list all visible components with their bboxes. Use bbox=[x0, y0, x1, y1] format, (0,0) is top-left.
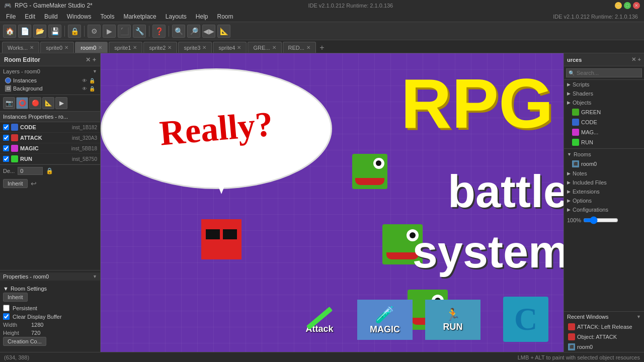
menu-edit[interactable]: Edit bbox=[21, 12, 39, 21]
tab-sprite4[interactable]: sprite4 ✕ bbox=[213, 42, 247, 53]
tab-sprite4-close[interactable]: ✕ bbox=[237, 45, 241, 50]
tool-circle[interactable]: ⭕ bbox=[16, 97, 28, 109]
tab-green-close[interactable]: ✕ bbox=[272, 45, 276, 50]
room-settings-title[interactable]: ▼ Room Settings bbox=[3, 285, 97, 293]
play-button[interactable]: ▶ bbox=[103, 25, 116, 38]
clear-display-checkbox[interactable] bbox=[3, 313, 10, 320]
menu-room[interactable]: Room bbox=[213, 12, 237, 21]
open-button[interactable]: 📂 bbox=[33, 25, 46, 38]
properties-header[interactable]: Properties - room0 ▼ bbox=[0, 273, 100, 281]
close-button[interactable]: ✕ bbox=[633, 2, 640, 9]
tab-workspaces[interactable]: Works... ✕ bbox=[2, 42, 39, 53]
included-section[interactable]: ▶ Included Files bbox=[564, 178, 644, 187]
menu-tools[interactable]: Tools bbox=[96, 12, 118, 21]
add-layer-icon[interactable]: + bbox=[93, 56, 96, 63]
resource-run[interactable]: RUN bbox=[564, 137, 644, 147]
inherit-button[interactable]: Inherit bbox=[3, 179, 28, 188]
persistent-checkbox[interactable] bbox=[3, 305, 10, 311]
inherit-icon[interactable]: ↩ bbox=[31, 179, 37, 188]
creation-code-button[interactable]: Creation Co... bbox=[3, 337, 46, 346]
tab-sprite1-close[interactable]: ✕ bbox=[133, 45, 137, 50]
tab-green[interactable]: GRE... ✕ bbox=[248, 42, 281, 53]
depth-lock-icon[interactable]: 🔒 bbox=[46, 167, 53, 174]
room0-resource[interactable]: ⬛ room0 bbox=[564, 159, 644, 169]
resource-magic[interactable]: MAG... bbox=[564, 127, 644, 137]
notes-section[interactable]: ▶ Notes bbox=[564, 169, 644, 178]
tab-sprite2-close[interactable]: ✕ bbox=[168, 45, 172, 50]
tab-sprite3-close[interactable]: ✕ bbox=[202, 45, 206, 50]
menu-windows[interactable]: Windows bbox=[63, 12, 96, 21]
tab-sprite1[interactable]: sprite1 ✕ bbox=[109, 42, 142, 53]
instance-code[interactable]: CODE inst_1B182 bbox=[0, 122, 100, 133]
tab-room0[interactable]: room0 ✕ bbox=[75, 42, 108, 53]
tab-sprite3[interactable]: sprite3 ✕ bbox=[178, 42, 212, 53]
options-section[interactable]: ▶ Options bbox=[564, 196, 644, 205]
tab-room0-close[interactable]: ✕ bbox=[98, 45, 102, 50]
tool-fill[interactable]: 🔴 bbox=[29, 97, 41, 109]
layer-instances[interactable]: Instances 👁 🔒 bbox=[3, 76, 97, 84]
instance-magic-checkbox[interactable] bbox=[3, 145, 9, 151]
instance-magic[interactable]: MAGIC inst_5BB18 bbox=[0, 143, 100, 154]
shaders-section[interactable]: ▶ Shaders bbox=[564, 89, 644, 98]
help-button[interactable]: ❓ bbox=[152, 25, 166, 38]
instance-attack[interactable]: ATTACK inst_320A3 bbox=[0, 133, 100, 143]
grid-button[interactable]: 📐 bbox=[217, 25, 230, 38]
menu-build[interactable]: Build bbox=[40, 12, 62, 21]
layer-background[interactable]: 🖼 Background 👁 🔒 bbox=[3, 84, 97, 93]
tab-sprite2[interactable]: sprite2 ✕ bbox=[143, 42, 177, 53]
menu-marketplace[interactable]: Marketplace bbox=[119, 12, 160, 21]
instance-run-checkbox[interactable] bbox=[3, 156, 9, 162]
layer-instances-eye[interactable]: 👁 bbox=[82, 78, 87, 83]
resource-code[interactable]: CODE bbox=[564, 117, 644, 127]
recent-room0[interactable]: ⬛ room0 bbox=[564, 342, 644, 352]
tab-red[interactable]: RED... ✕ bbox=[283, 42, 316, 53]
rs-inherit-button[interactable]: Inherit bbox=[3, 293, 28, 302]
menu-layouts[interactable]: Layouts bbox=[162, 12, 191, 21]
zoom-in-button[interactable]: 🔍 bbox=[172, 25, 185, 38]
close-panel-icon[interactable]: ✕ bbox=[86, 56, 91, 63]
recent-object-attack[interactable]: Object: ATTACK bbox=[564, 332, 644, 342]
save-button[interactable]: 💾 bbox=[48, 25, 61, 38]
instance-attack-checkbox[interactable] bbox=[3, 135, 9, 141]
layer-background-lock[interactable]: 🔒 bbox=[89, 86, 95, 92]
objects-section[interactable]: ▶ Objects bbox=[564, 98, 644, 107]
tool-select[interactable]: 📐 bbox=[42, 97, 54, 109]
resource-search-input[interactable] bbox=[577, 70, 639, 76]
debug-button[interactable]: 🔧 bbox=[133, 25, 146, 38]
lock-button[interactable]: 🔒 bbox=[68, 25, 81, 38]
home-button[interactable]: 🏠 bbox=[3, 25, 16, 38]
fit-button[interactable]: ◀▶ bbox=[202, 25, 215, 38]
tab-sprite0[interactable]: sprite0 ✕ bbox=[40, 42, 74, 53]
add-tab-button[interactable]: + bbox=[317, 43, 327, 53]
extensions-section[interactable]: ▶ Extensions bbox=[564, 187, 644, 196]
depth-input[interactable] bbox=[18, 167, 43, 175]
layer-background-eye[interactable]: 👁 bbox=[82, 86, 87, 92]
minimize-button[interactable]: ─ bbox=[615, 2, 622, 9]
menu-help[interactable]: Help bbox=[192, 12, 212, 21]
menu-file[interactable]: File bbox=[2, 12, 20, 21]
recent-attack-left-release[interactable]: ATTACK: Left Release bbox=[564, 322, 644, 332]
canvas-area[interactable]: Really? RPG battle system bbox=[101, 53, 564, 352]
tool-camera[interactable]: 📷 bbox=[3, 97, 15, 109]
layers-chevron[interactable]: ▼ bbox=[93, 69, 97, 74]
add-resource-icon[interactable]: + bbox=[638, 56, 641, 63]
recent-windows-header[interactable]: Recent Windows ▼ bbox=[564, 312, 644, 322]
scripts-section[interactable]: ▶ Scripts bbox=[564, 80, 644, 89]
new-button[interactable]: 📄 bbox=[18, 25, 31, 38]
resource-green[interactable]: GREEN bbox=[564, 107, 644, 117]
instance-code-checkbox[interactable] bbox=[3, 124, 9, 130]
maximize-button[interactable]: □ bbox=[624, 2, 631, 9]
tab-red-close[interactable]: ✕ bbox=[306, 45, 310, 50]
layer-instances-lock[interactable]: 🔒 bbox=[89, 78, 95, 83]
tab-sprite0-close[interactable]: ✕ bbox=[64, 45, 68, 50]
tab-workspaces-close[interactable]: ✕ bbox=[30, 45, 34, 50]
settings-button[interactable]: ⚙ bbox=[88, 25, 101, 38]
zoom-out-button[interactable]: 🔎 bbox=[187, 25, 200, 38]
configurations-section[interactable]: ▶ Configurations bbox=[564, 205, 644, 214]
tool-play[interactable]: ▶ bbox=[55, 97, 67, 109]
rooms-section[interactable]: ▼ Rooms bbox=[564, 150, 644, 159]
instance-run[interactable]: RUN inst_5B750 bbox=[0, 154, 100, 164]
stop-button[interactable]: ⬛ bbox=[118, 25, 131, 38]
close-resources-icon[interactable]: ✕ bbox=[631, 56, 636, 63]
zoom-slider[interactable] bbox=[583, 216, 618, 224]
